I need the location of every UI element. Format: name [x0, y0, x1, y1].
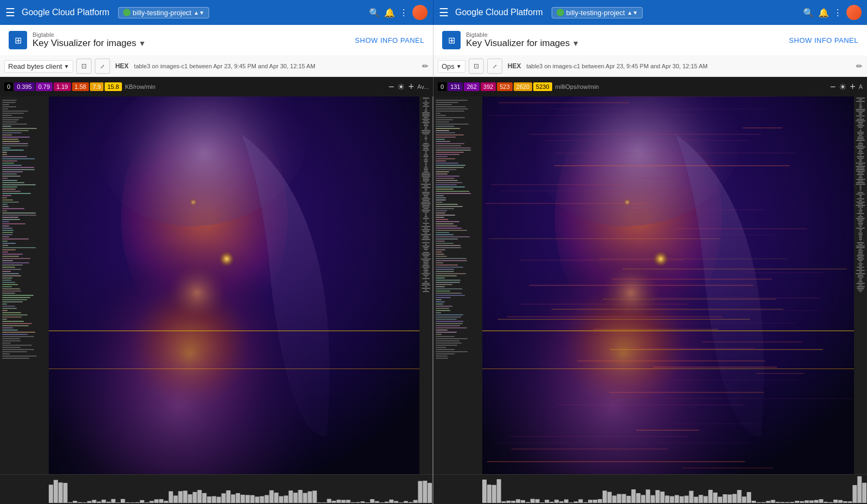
- bell-icon-left[interactable]: 🔔: [384, 8, 395, 18]
- heatmap-left[interactable]: [49, 96, 419, 474]
- bigtable-icon-left: ⊞: [9, 31, 27, 49]
- scale-bar-left: 0 0.395 0.79 1.19 1.58 7.9 15.8 KB/row/m…: [0, 77, 434, 96]
- row-sidebar-right: [434, 96, 482, 474]
- viz-panel-right: [434, 96, 867, 504]
- search-icon-right[interactable]: 🔍: [803, 8, 814, 18]
- hex-label-left: HEX: [115, 62, 129, 70]
- avatar-right[interactable]: [846, 5, 862, 20]
- scale-val-3-left: 1.19: [54, 82, 70, 91]
- product-label-left: Bigtable: [33, 31, 146, 38]
- subheader-text-left: Bigtable Key Visualizer for images ▼: [33, 31, 146, 49]
- controls-bar-right: Ops ▼ ⊡ ⤢ HEX table3 on images-c1 betwee…: [434, 55, 867, 77]
- topbar-left: ☰ Google Cloud Platform billy-testing-pr…: [0, 0, 434, 25]
- scale-val-0-right: 0: [438, 82, 447, 91]
- svg-text:⊞: ⊞: [448, 36, 455, 45]
- more-icon-left[interactable]: ⋮: [399, 8, 408, 18]
- subheader-left: ⊞ Bigtable Key Visualizer for images ▼ S…: [0, 25, 434, 55]
- edit-icon-left[interactable]: ✏: [422, 62, 429, 70]
- app-title-left: Google Cloud Platform: [22, 8, 109, 17]
- page-title-right: Key Visualizer for images: [466, 38, 570, 49]
- title-chevron-left[interactable]: ▼: [139, 39, 146, 48]
- crop-btn-left[interactable]: ⊡: [76, 59, 92, 74]
- metric-label-right: Ops: [442, 62, 455, 70]
- crop-btn-right[interactable]: ⊡: [469, 59, 484, 74]
- edit-icon-right[interactable]: ✏: [856, 62, 863, 70]
- bottom-chart-left: [0, 474, 432, 504]
- topbar-icons-right: 🔍 🔔 ⋮: [803, 5, 862, 20]
- brightness-icon-left[interactable]: ☀: [397, 82, 405, 92]
- metric-label-left: Read bytes client: [8, 62, 62, 70]
- controls-bar-left: Read bytes client ▼ ⊡ ⤢ HEX table3 on im…: [0, 55, 434, 77]
- row-sidebar-left: [0, 96, 49, 474]
- project-chip-left[interactable]: billy-testing-project ▲▼: [118, 7, 209, 18]
- scale-val-4-left: 1.58: [72, 82, 89, 91]
- right-sidebar-left: [419, 96, 432, 474]
- scale-val-2-right: 262: [464, 82, 479, 91]
- scale-bar-right: 0 131 262 392 523 2620 5230 milliOps/row…: [434, 77, 867, 96]
- scale-val-5-left: 7.9: [90, 82, 103, 91]
- scale-val-1-left: 0.395: [14, 82, 35, 91]
- scale-val-5-right: 2620: [514, 82, 532, 91]
- av-label-left: Av...: [417, 83, 429, 90]
- table-info-left: table3 on images-c1 between Apr 23, 9:45…: [134, 63, 419, 69]
- metric-chevron-right: ▼: [456, 63, 462, 69]
- scale-val-3-right: 392: [481, 82, 496, 91]
- metric-dropdown-left[interactable]: Read bytes client ▼: [4, 60, 73, 73]
- topbar-icons-left: 🔍 🔔 ⋮: [369, 5, 428, 20]
- page-title-left: Key Visualizer for images: [33, 38, 137, 49]
- avatar-left[interactable]: [412, 5, 428, 20]
- project-chevron-right: ▲▼: [627, 10, 638, 16]
- brightness-icon-right[interactable]: ☀: [839, 82, 846, 92]
- scale-unit-right: milliOps/row/min: [555, 83, 599, 90]
- project-dot-right: [557, 9, 564, 16]
- metric-dropdown-right[interactable]: Ops ▼: [438, 60, 465, 73]
- hamburger-icon-left[interactable]: ☰: [5, 6, 15, 19]
- title-chevron-right[interactable]: ▼: [572, 39, 580, 48]
- zoom-plus-right[interactable]: +: [850, 81, 856, 93]
- subheader-text-right: Bigtable Key Visualizer for images ▼: [466, 31, 579, 49]
- scale-unit-left: KB/row/min: [125, 83, 156, 90]
- scale-val-6-right: 5230: [533, 82, 552, 91]
- av-label-right: A: [859, 83, 863, 90]
- bigtable-icon-right: ⊞: [442, 31, 461, 49]
- subheader-right: ⊞ Bigtable Key Visualizer for images ▼ S…: [434, 25, 867, 55]
- zoom-minus-right[interactable]: −: [830, 81, 836, 93]
- show-info-left[interactable]: SHOW INFO PANEL: [355, 36, 424, 44]
- scale-val-1-right: 131: [448, 82, 463, 91]
- right-sidebar-right: [854, 96, 867, 474]
- show-info-right[interactable]: SHOW INFO PANEL: [789, 36, 858, 44]
- scale-val-0-left: 0: [4, 82, 13, 91]
- project-chevron-left: ▲▼: [193, 10, 204, 16]
- table-info-right: table3 on images-c1 between Apr 23, 9:45…: [526, 63, 853, 69]
- expand-btn-right[interactable]: ⤢: [487, 59, 502, 74]
- scale-val-6-left: 15.8: [105, 82, 121, 91]
- project-name-right: billy-testing-project: [566, 9, 625, 17]
- bell-icon-right[interactable]: 🔔: [818, 8, 829, 18]
- zoom-minus-left[interactable]: −: [389, 81, 394, 93]
- zoom-plus-left[interactable]: +: [408, 81, 414, 93]
- product-label-right: Bigtable: [466, 31, 579, 38]
- project-name-left: billy-testing-project: [133, 9, 191, 17]
- svg-text:⊞: ⊞: [15, 36, 22, 45]
- app-title-right: Google Cloud Platform: [455, 8, 543, 17]
- hamburger-icon-right[interactable]: ☰: [439, 6, 449, 19]
- more-icon-right[interactable]: ⋮: [833, 8, 842, 18]
- hex-label-right: HEX: [508, 62, 521, 70]
- bottom-chart-right: [434, 474, 867, 504]
- scale-val-4-right: 523: [497, 82, 512, 91]
- project-dot-left: [123, 9, 131, 16]
- metric-chevron-left: ▼: [64, 63, 69, 69]
- topbar-right: ☰ Google Cloud Platform billy-testing-pr…: [434, 0, 867, 25]
- viz-panel-left: [0, 96, 434, 504]
- heatmap-right[interactable]: [482, 96, 854, 474]
- project-chip-right[interactable]: billy-testing-project ▲▼: [552, 7, 643, 18]
- expand-btn-left[interactable]: ⤢: [95, 59, 110, 74]
- search-icon-left[interactable]: 🔍: [369, 8, 380, 18]
- scale-val-2-left: 0.79: [36, 82, 53, 91]
